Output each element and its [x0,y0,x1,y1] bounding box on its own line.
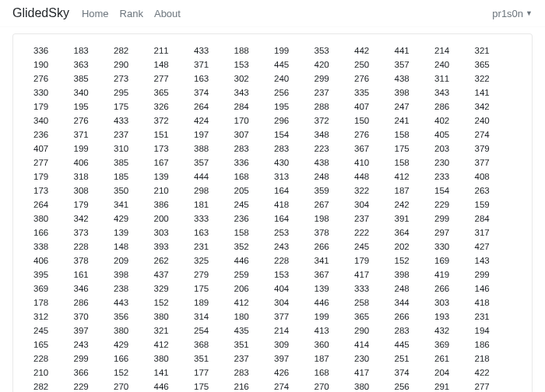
cell: 397 [72,325,113,336]
cell: 139 [112,227,153,238]
cell: 291 [433,381,473,392]
cell: 404 [272,283,313,294]
brand[interactable]: GlidedSky [12,6,69,20]
cell: 386 [153,199,193,210]
cell: 240 [272,73,313,84]
nav-home[interactable]: Home [82,8,109,19]
cell: 419 [433,269,473,280]
cell: 350 [112,185,153,196]
cell: 200 [153,213,193,224]
cell: 261 [433,353,473,364]
cell: 397 [272,353,313,364]
cell: 180 [233,311,273,322]
user-menu[interactable]: pr1s0n ▼ [492,8,533,19]
cell: 333 [192,213,233,224]
cell: 412 [153,339,193,350]
cell: 238 [112,283,153,294]
cell: 276 [353,129,393,140]
cell: 422 [473,367,514,378]
cell: 433 [112,115,153,126]
cell: 146 [473,283,514,294]
cell: 152 [153,297,193,308]
cell: 351 [233,339,273,350]
cell: 308 [72,185,113,196]
cell: 441 [393,45,434,56]
cell: 420 [313,59,353,70]
cell: 340 [72,87,113,98]
cell: 240 [433,59,473,70]
cell: 445 [272,59,313,70]
cell: 438 [393,73,434,84]
cell: 175 [192,283,233,294]
cell: 143 [473,255,514,266]
nav-about[interactable]: About [154,8,181,19]
cell: 374 [393,367,434,378]
cell: 303 [433,297,473,308]
cell: 338 [32,241,72,252]
cell: 153 [233,59,273,70]
cell: 195 [72,101,113,112]
cell: 161 [72,269,113,280]
cell: 231 [473,311,514,322]
cell: 374 [192,87,233,98]
cell: 410 [353,157,393,168]
cell: 230 [353,353,393,364]
cell: 303 [153,227,193,238]
cell: 380 [32,213,72,224]
cell: 283 [272,143,313,154]
cell: 395 [32,269,72,280]
cell: 158 [393,129,434,140]
cell: 366 [72,367,113,378]
cell: 139 [313,283,353,294]
cell: 168 [313,367,353,378]
cell: 418 [473,297,514,308]
cell: 377 [272,311,313,322]
cell: 274 [473,129,514,140]
cell: 299 [433,213,473,224]
cell: 276 [72,115,113,126]
nav-rank[interactable]: Rank [120,8,143,19]
cell: 175 [393,143,434,154]
cell: 141 [473,87,514,98]
cell: 446 [153,381,193,392]
cell: 448 [353,171,393,182]
cell: 380 [153,353,193,364]
cell: 340 [32,115,72,126]
cell: 343 [433,87,473,98]
cell: 245 [233,199,273,210]
cell: 433 [192,45,233,56]
cell: 204 [433,367,473,378]
cell: 377 [473,157,514,168]
cell: 266 [313,241,353,252]
cell: 310 [112,143,153,154]
cell: 167 [153,157,193,168]
cell: 298 [192,185,233,196]
cell: 202 [393,241,434,252]
cell: 158 [393,157,434,168]
cell: 314 [192,311,233,322]
cell: 342 [72,213,113,224]
cell: 437 [153,269,193,280]
cell: 199 [272,45,313,56]
cell: 333 [353,283,393,294]
cell: 429 [112,213,153,224]
cell: 273 [112,73,153,84]
cell: 228 [272,255,313,266]
numbers-card: 3361832822114331881993534424412143211903… [12,33,533,392]
cell: 435 [233,325,273,336]
cell: 402 [433,115,473,126]
cell: 179 [32,171,72,182]
cell: 322 [353,185,393,196]
cell: 430 [272,157,313,168]
cell: 277 [153,73,193,84]
cell: 353 [313,45,353,56]
cell: 335 [353,87,393,98]
cell: 307 [233,129,273,140]
cell: 185 [112,171,153,182]
cell: 299 [313,73,353,84]
cell: 352 [233,241,273,252]
cell: 223 [313,143,353,154]
cell: 141 [153,367,193,378]
cell: 282 [112,45,153,56]
cell: 179 [32,101,72,112]
